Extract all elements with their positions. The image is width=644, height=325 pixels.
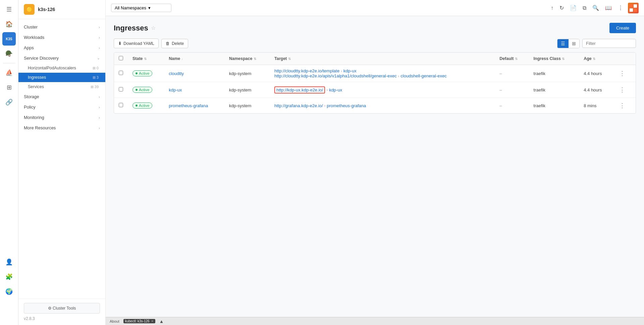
chevron-icon: › (99, 105, 100, 109)
cluster-name: k3s-126 (38, 7, 55, 12)
cluster-tools-button[interactable]: ⚙ Cluster Tools (24, 303, 100, 314)
chevron-right-icon: › (324, 104, 326, 108)
ingress-class-column-header[interactable]: Ingress Class ⇅ (529, 53, 579, 65)
about-link[interactable]: About (110, 319, 119, 323)
target-url-link[interactable]: http://cloudtty.kdp-e2e.io/template (274, 68, 339, 73)
sidebar-item-services[interactable]: Services ⊞ 39 (18, 82, 105, 91)
sidebar-item-policy[interactable]: Policy › (18, 102, 105, 112)
target-service-link[interactable]: prometheus-grafana (327, 103, 366, 108)
default-cell: – (495, 98, 529, 114)
target-url-link[interactable]: http://grafana.kdp-e2e.io/ (274, 103, 323, 108)
sidebar: 🟡 k3s-126 Cluster › Workloads › Apps › S… (18, 0, 106, 325)
target-service-link[interactable]: kdp-ux (329, 87, 342, 92)
state-column-header[interactable]: State ⇅ (128, 53, 164, 65)
sidebar-item-workloads[interactable]: Workloads › (18, 32, 105, 43)
home-icon[interactable]: 🏠 (2, 17, 16, 31)
sidebar-menu: Cluster › Workloads › Apps › Service Dis… (18, 19, 105, 299)
download-yaml-button[interactable]: ⬇ Download YAML (114, 39, 159, 48)
delete-button[interactable]: 🗑 Delete (161, 39, 188, 48)
puzzle-icon[interactable]: 🧩 (2, 270, 16, 283)
row-menu-button[interactable]: ⋮ (618, 69, 627, 78)
globe-icon[interactable]: 🌍 (2, 285, 16, 298)
status-dot (136, 72, 138, 74)
age-column-header[interactable]: Age ⇅ (579, 53, 613, 65)
network-icon[interactable]: 🔗 (2, 95, 16, 109)
select-all-checkbox[interactable] (119, 56, 123, 60)
grid-icon[interactable]: ⊞ (2, 81, 16, 94)
ingress-class-cell: traefik (529, 82, 579, 98)
sidebar-item-service-discovery[interactable]: Service Discovery ⌄ (18, 53, 105, 63)
row-checkbox[interactable] (119, 103, 123, 107)
row-menu-button[interactable]: ⋮ (618, 85, 627, 94)
sort-icon: ⇅ (562, 57, 565, 61)
ingress-name-link[interactable]: kdp-ux (169, 87, 182, 92)
boat-icon[interactable]: ⛵ (2, 66, 16, 79)
sidebar-item-monitoring[interactable]: Monitoring › (18, 112, 105, 123)
more-icon[interactable]: ⋮ (616, 3, 625, 12)
filter-input[interactable] (582, 39, 636, 48)
name-column-header[interactable]: Name ↓ (164, 53, 224, 65)
state-cell: Active (128, 65, 164, 82)
content-area: Ingresses ☆ Create ⬇ Download YAML 🗑 Del… (106, 16, 644, 317)
chevron-right-icon: › (341, 69, 342, 73)
icon-rail: ☰ 🏠 K3S 🪖 ⛵ ⊞ 🔗 👤 🧩 🌍 (0, 0, 18, 325)
target-column-header[interactable]: Target ⇅ (270, 53, 495, 65)
status-dot (136, 105, 138, 107)
table-row: Active kdp-ux kdp-system http://kdp-ux.k… (114, 82, 636, 98)
kubectl-close-button[interactable]: ✕ (151, 319, 154, 323)
state-cell: Active (128, 98, 164, 114)
target-service-link2[interactable]: cloudshell-general-exec (400, 73, 446, 78)
default-column-header[interactable]: Default ⇅ (495, 53, 529, 65)
create-button[interactable]: Create (609, 23, 636, 33)
ingresses-table-container: State ⇅ Name ↓ Namespace ⇅ Target (114, 52, 636, 114)
target-service-link[interactable]: kdp-ux (343, 68, 357, 73)
row-actions-cell: ⋮ (613, 82, 636, 98)
main-area: All Namespaces ▾ ↑ ↻ 📄 ⧉ 🔍 📖 ⋮ Ingresses… (106, 0, 644, 325)
refresh-icon[interactable]: ↻ (558, 3, 565, 12)
sidebar-item-ingresses[interactable]: Ingresses ⊞ 3 (18, 73, 105, 82)
sort-icon: ⇅ (144, 57, 147, 61)
row-menu-button[interactable]: ⋮ (618, 101, 627, 110)
target-cell: http://grafana.kdp-e2e.io/ › prometheus-… (270, 98, 495, 114)
sidebar-item-apps[interactable]: Apps › (18, 43, 105, 53)
document-icon[interactable]: 📄 (569, 3, 578, 12)
user-icon[interactable]: 👤 (2, 255, 16, 269)
page-header: Ingresses ☆ Create (114, 23, 636, 33)
ingress-class-cell: traefik (529, 65, 579, 82)
search-icon[interactable]: 🔍 (591, 3, 600, 12)
ingress-name-link[interactable]: prometheus-grafana (169, 103, 208, 108)
grid-view-button[interactable]: ⊞ (569, 39, 579, 48)
topbar: All Namespaces ▾ ↑ ↻ 📄 ⧉ 🔍 📖 ⋮ (106, 0, 644, 16)
sort-icon: ⇅ (288, 57, 291, 61)
age-cell: 4.4 hours (579, 65, 613, 82)
chevron-icon: › (99, 116, 100, 120)
namespace-selector[interactable]: All Namespaces ▾ (111, 4, 171, 12)
favorite-icon[interactable]: ☆ (151, 25, 156, 31)
row-checkbox[interactable] (119, 71, 123, 75)
copy-icon[interactable]: ⧉ (581, 4, 588, 12)
statusbar-up-arrow[interactable]: ▲ (159, 319, 164, 324)
target-url-link2[interactable]: http://cloudtty.kdp-e2e.io/apis/v1alpha1… (274, 73, 397, 78)
avatar[interactable] (628, 3, 639, 13)
row-checkbox-cell (114, 65, 128, 82)
sidebar-item-hpa[interactable]: HorizontalPodAutoscalers ⊞ 0 (18, 63, 105, 73)
sidebar-item-storage[interactable]: Storage › (18, 91, 105, 102)
upload-icon[interactable]: ↑ (549, 4, 555, 12)
sidebar-header: 🟡 k3s-126 (18, 0, 105, 19)
highlighted-target-url-link[interactable]: http://kdp-ux.kdp-e2e.io/ (274, 86, 325, 93)
helm-icon[interactable]: 🪖 (2, 47, 16, 60)
book-icon[interactable]: 📖 (604, 3, 613, 12)
ingress-name-link[interactable]: cloudtty (169, 71, 184, 76)
k3s-icon[interactable]: K3S (2, 32, 16, 46)
trash-icon: 🗑 (166, 41, 170, 46)
kubectl-status: kubectl: k3s-126 ✕ (123, 319, 155, 323)
chevron-icon: › (99, 36, 100, 40)
sidebar-item-cluster[interactable]: Cluster › (18, 22, 105, 32)
hamburger-icon[interactable]: ☰ (2, 3, 16, 16)
sidebar-item-more-resources[interactable]: More Resources › (18, 123, 105, 133)
row-checkbox[interactable] (119, 87, 123, 91)
table-row: Active prometheus-grafana kdp-system htt… (114, 98, 636, 114)
toolbar: ⬇ Download YAML 🗑 Delete ☰ ⊞ (114, 39, 636, 48)
list-view-button[interactable]: ☰ (557, 39, 569, 48)
namespace-column-header[interactable]: Namespace ⇅ (224, 53, 270, 65)
